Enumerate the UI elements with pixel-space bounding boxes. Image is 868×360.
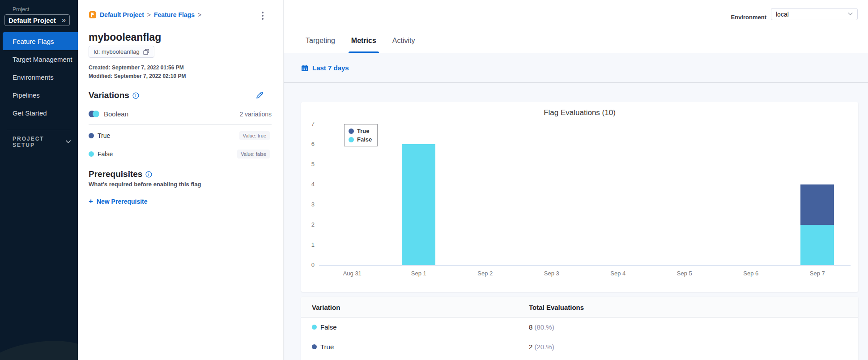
tab-targeting[interactable]: Targeting [298,28,343,53]
header-total-evaluations: Total Evaluations [529,304,584,311]
variation-true-value: Value: true [239,131,270,140]
legend-false-label: False [357,135,372,144]
bar-segment-false[interactable] [402,144,435,265]
flag-name: mybooleanflag [89,31,161,43]
environment-select[interactable]: local [771,8,858,20]
flag-options-menu-icon[interactable] [260,10,265,21]
sidebar-divider [7,130,71,130]
environment-label: Environment [731,14,766,21]
boolean-type-icon [89,111,99,117]
double-chevron-icon: » [62,17,66,24]
new-prerequisite-button[interactable]: + New Prerequisite [89,197,148,206]
x-axis-label: Sep 4 [585,270,651,277]
pencil-icon [255,91,264,99]
true-count-value: 2 [529,343,532,351]
flag-id-text: Id: mybooleanflag [94,48,140,55]
flag-timestamps: Created: September 7, 2022 01:56 PM Modi… [89,64,186,81]
date-range-label: Last 7 days [312,64,349,72]
project-icon [89,11,97,19]
x-axis-label: Sep 2 [452,270,519,277]
flag-created: Created: September 7, 2022 01:56 PM [89,64,186,72]
table-row-false: False 8 (80.%) [301,317,858,337]
project-selector[interactable]: Default Project » [4,14,70,26]
variation-false-value: Value: false [237,150,270,159]
y-axis-tick: 7 [302,120,315,127]
table-row-true: True 2 (20.%) [301,337,858,357]
row-true-count: 2 (20.%) [529,343,554,351]
breadcrumb-separator: > [147,11,151,18]
sidebar-decoration [0,335,78,360]
sidebar-item-get-started[interactable]: Get Started [0,104,78,122]
info-icon[interactable] [132,92,139,99]
tab-metrics[interactable]: Metrics [343,28,384,53]
bar-segment-true[interactable] [800,184,834,225]
evaluations-table-card: Variation Total Evaluations False 8 (80.… [301,297,858,360]
x-axis-label: Aug 31 [319,270,386,277]
copy-icon[interactable] [143,49,149,55]
evaluations-table-header: Variation Total Evaluations [301,297,858,317]
header-variation: Variation [312,304,340,311]
legend-false-dot-icon [349,137,354,142]
true-dot-icon [312,344,317,349]
false-dot-icon [312,325,317,330]
variation-type-label: Boolean [104,110,128,118]
variations-title: Variations [89,90,129,100]
false-count-percent: (80.%) [535,323,554,331]
breadcrumb-project[interactable]: Default Project [100,11,144,18]
false-dot-icon [89,151,94,157]
calendar-icon [301,64,308,72]
sidebar-item-target-management[interactable]: Target Management [0,50,78,68]
x-axis-label: Sep 3 [519,270,585,277]
x-axis-label: Sep 6 [718,270,784,277]
y-axis-tick: 0 [302,261,315,268]
sidebar-item-feature-flags[interactable]: Feature Flags [3,32,78,50]
sidebar-item-environments[interactable]: Environments [0,68,78,86]
plus-icon: + [89,197,93,206]
sidebar-item-pipelines[interactable]: Pipelines [0,86,78,104]
project-label: Project [13,6,29,13]
variation-false-label: False [98,150,113,158]
variation-count: 2 variations [239,111,272,118]
row-false-count: 8 (80.%) [529,323,554,331]
legend-true-dot-icon [349,129,354,134]
flag-detail-panel: Default Project > Feature Flags > mybool… [78,0,284,360]
legend-true-label: True [357,127,369,135]
true-dot-icon [89,133,94,138]
chart-legend: True False [344,124,378,146]
x-axis-label: Sep 7 [784,270,851,277]
project-selector-value: Default Project [9,17,56,24]
date-range-button[interactable]: Last 7 days [301,64,349,72]
date-filter-row: Last 7 days [284,53,868,83]
y-axis-tick: 4 [302,181,315,188]
chart-plot-area: True False 01234567Aug 31Sep 1Sep 2Sep 3… [301,102,858,292]
bar-segment-false[interactable] [800,225,834,265]
prerequisites-title: Prerequisites [89,169,142,179]
info-icon[interactable] [145,171,152,178]
variation-true-label: True [98,132,110,139]
flag-evaluations-chart-card: Flag Evaluations (10) True False 0123456… [301,102,858,292]
x-axis-label: Sep 1 [386,270,452,277]
environment-value: local [776,11,789,18]
chevron-down-icon [848,13,853,16]
environment-header: Environment local [284,0,868,28]
flag-modified: Modified: September 7, 2022 02:10 PM [89,72,186,81]
tab-activity[interactable]: Activity [384,28,423,53]
breadcrumb: Default Project > Feature Flags > [89,11,201,19]
true-count-percent: (20.%) [535,343,554,351]
project-setup-toggle[interactable]: PROJECT SETUP [13,136,71,148]
sidebar-nav: Feature Flags Target Management Environm… [0,32,78,130]
x-axis-label: Sep 5 [651,270,718,277]
breadcrumb-feature-flags[interactable]: Feature Flags [154,11,195,18]
project-setup-label: PROJECT SETUP [13,136,66,148]
chevron-down-icon [66,140,71,144]
edit-variations-button[interactable] [255,91,264,99]
row-false-label: False [320,323,337,331]
flag-id-pill[interactable]: Id: mybooleanflag [89,46,154,58]
flag-tabs: Targeting Metrics Activity [284,28,868,53]
sidebar: Project Default Project » Feature Flags … [0,0,78,360]
x-axis-line [319,265,851,266]
false-count-value: 8 [529,323,532,331]
new-prerequisite-label: New Prerequisite [97,198,148,205]
variation-row-false: False Value: false [89,150,270,159]
prerequisites-description: What's required before enabling this fla… [89,181,201,188]
